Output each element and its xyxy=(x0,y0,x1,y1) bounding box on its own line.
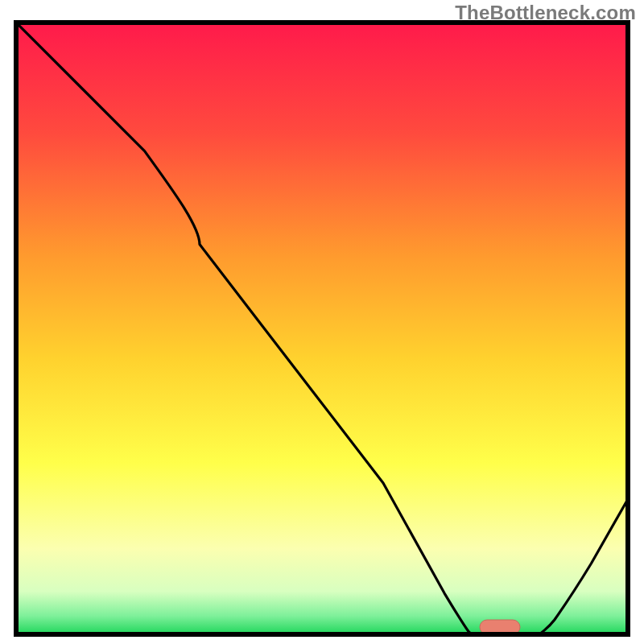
chart-stage: { "watermark": "TheBottleneck.com", "col… xyxy=(0,0,644,644)
watermark-text: TheBottleneck.com xyxy=(455,2,636,24)
chart-svg xyxy=(0,0,644,644)
